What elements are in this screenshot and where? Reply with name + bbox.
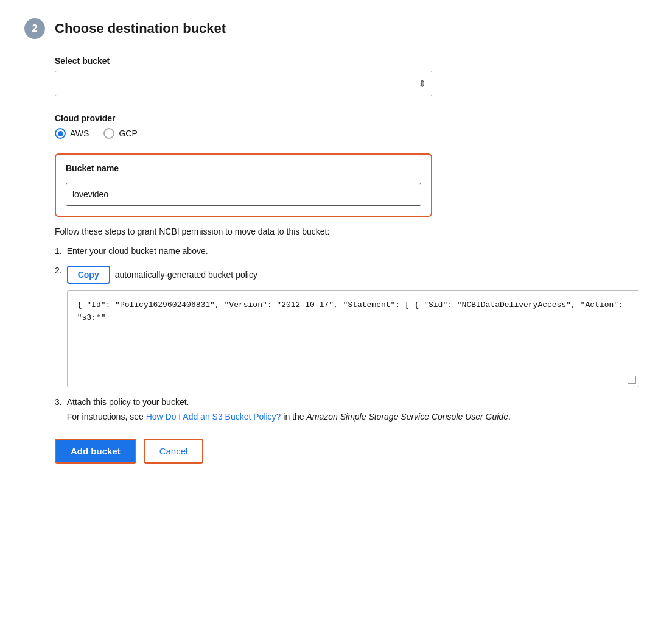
code-content: { "Id": "Policy1629602406831", "Version"… bbox=[77, 300, 623, 322]
radio-aws-label: AWS bbox=[70, 129, 89, 138]
step-2-suffix: automatically-generated bucket policy bbox=[115, 270, 257, 280]
bucket-name-input[interactable] bbox=[66, 183, 421, 206]
radio-gcp[interactable]: GCP bbox=[103, 128, 137, 139]
section-title: Choose destination bucket bbox=[55, 21, 226, 37]
bucket-name-section: Bucket name bbox=[55, 153, 432, 217]
cancel-button[interactable]: Cancel bbox=[144, 439, 204, 464]
step-1-text: Enter your cloud bucket name above. bbox=[67, 246, 648, 256]
radio-aws-circle bbox=[55, 128, 66, 139]
radio-aws[interactable]: AWS bbox=[55, 128, 89, 139]
cloud-provider-section: Cloud provider AWS GCP bbox=[55, 113, 648, 139]
instructions-para: For instructions, see How Do I Add an S3… bbox=[67, 412, 530, 422]
step-3-content: Attach this policy to your bucket. For i… bbox=[67, 397, 648, 422]
buttons-row: Add bucket Cancel bbox=[55, 439, 648, 464]
instructions-italic: Amazon Simple Storage Service Console Us… bbox=[306, 412, 508, 422]
select-bucket-wrapper: ⇕ bbox=[55, 71, 432, 96]
instructions-text: Follow these steps to grant NCBI permiss… bbox=[55, 227, 517, 236]
step-2: 2. Copy automatically-generated bucket p… bbox=[55, 266, 648, 387]
step-2-inline: Copy automatically-generated bucket poli… bbox=[67, 266, 648, 284]
instructions-para-middle: in the bbox=[281, 412, 306, 422]
step-2-content: Copy automatically-generated bucket poli… bbox=[67, 266, 648, 387]
instructions-para-suffix: . bbox=[508, 412, 511, 422]
radio-gcp-label: GCP bbox=[119, 129, 137, 138]
bucket-name-label: Bucket name bbox=[66, 163, 421, 173]
radio-gcp-circle bbox=[103, 128, 114, 139]
cloud-provider-label: Cloud provider bbox=[55, 113, 648, 123]
code-block[interactable]: { "Id": "Policy1629602406831", "Version"… bbox=[67, 290, 639, 387]
step-2-number: 2. bbox=[55, 266, 62, 275]
instructions-para-prefix: For instructions, see bbox=[67, 412, 146, 422]
step-3: 3. Attach this policy to your bucket. Fo… bbox=[55, 397, 648, 422]
step-1: 1. Enter your cloud bucket name above. bbox=[55, 246, 648, 256]
add-bucket-button[interactable]: Add bucket bbox=[55, 439, 136, 464]
step-3-number: 3. bbox=[55, 397, 62, 407]
instructions-link[interactable]: How Do I Add an S3 Bucket Policy? bbox=[146, 412, 281, 422]
select-bucket-label: Select bucket bbox=[55, 56, 648, 66]
copy-button[interactable]: Copy bbox=[67, 266, 110, 284]
step-1-number: 1. bbox=[55, 246, 62, 256]
cloud-provider-radio-group: AWS GCP bbox=[55, 128, 648, 139]
step-3-text: Attach this policy to your bucket. bbox=[67, 397, 189, 407]
select-bucket-dropdown[interactable] bbox=[55, 71, 432, 96]
step-number-circle: 2 bbox=[24, 18, 45, 39]
step-list: 1. Enter your cloud bucket name above. 2… bbox=[55, 246, 648, 422]
